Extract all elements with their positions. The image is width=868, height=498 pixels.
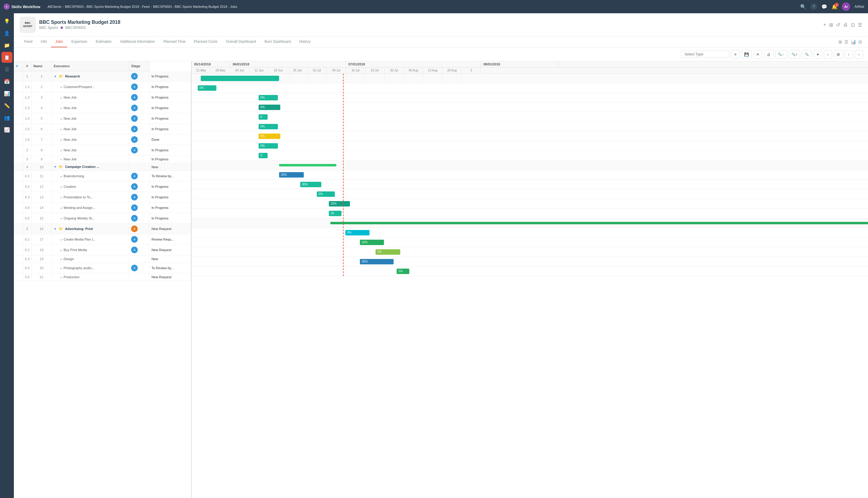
sidebar-item-team[interactable]: 👥 bbox=[1, 112, 12, 123]
tab-burn-dashboard[interactable]: Burn Dashboard bbox=[261, 37, 295, 47]
sidebar-item-users[interactable]: 👤 bbox=[1, 28, 12, 39]
row-id: 5 bbox=[31, 113, 52, 124]
list-view-icon[interactable]: ☰ bbox=[844, 39, 849, 44]
expand-icon[interactable]: ▼ bbox=[54, 165, 57, 169]
gantt-cell bbox=[288, 74, 307, 83]
tab-feed[interactable]: Feed bbox=[20, 37, 37, 47]
row-id: 20 bbox=[31, 263, 52, 273]
row-name[interactable]: ●New Job bbox=[52, 145, 129, 156]
sidebar-item-pen[interactable]: ✏️ bbox=[1, 100, 12, 111]
expand-btn[interactable]: › bbox=[824, 50, 832, 58]
row-name[interactable]: ●Presentation to To... bbox=[52, 192, 129, 202]
col-add[interactable]: + bbox=[14, 61, 23, 71]
row-name[interactable]: ▼ 📁 Advertising: Print bbox=[52, 224, 129, 234]
row-num: 1.1 bbox=[23, 82, 31, 92]
breadcrumb-feed[interactable]: BBCSP0003 - BBC Sports Marketing Budget … bbox=[65, 5, 150, 9]
tab-planned-time[interactable]: Planned Time bbox=[159, 37, 190, 47]
sidebar-item-calendar[interactable]: 📅 bbox=[1, 76, 12, 87]
row-num: 2 bbox=[23, 145, 31, 156]
expand-icon[interactable]: ▼ bbox=[54, 75, 57, 78]
row-name[interactable]: ●New Job bbox=[52, 92, 129, 103]
breadcrumb-jobs[interactable]: BBCSP0003 - BBC Sports Marketing Budget … bbox=[153, 5, 237, 9]
avatar: A bbox=[131, 147, 138, 154]
layout-action[interactable]: ⊡ bbox=[851, 22, 855, 28]
add-action[interactable]: + bbox=[824, 22, 826, 28]
view-options-btn[interactable]: ▾ bbox=[813, 50, 822, 58]
gantt-row-4-1: 20% bbox=[192, 170, 868, 180]
row-name[interactable]: ●Ongoing Weekly St... bbox=[52, 213, 129, 224]
tab-jobs[interactable]: Jobs bbox=[51, 37, 67, 47]
save-btn[interactable]: 💾 bbox=[742, 50, 752, 58]
fullscreen-btn[interactable]: ⊞ bbox=[834, 50, 843, 58]
tab-additional-info[interactable]: Additional Information bbox=[116, 37, 159, 47]
filter-btn[interactable]: ≡ bbox=[731, 50, 739, 58]
row-name[interactable]: ●Photography and/o... bbox=[52, 263, 129, 273]
menu-action[interactable]: ☰ bbox=[858, 22, 862, 28]
next-btn[interactable]: › bbox=[855, 50, 863, 58]
zoom-fit-btn[interactable]: 🔍 bbox=[802, 50, 812, 58]
row-name[interactable]: ●New Job bbox=[52, 156, 129, 163]
tab-planned-costs[interactable]: Planned Costs bbox=[190, 37, 222, 47]
add-row-icon[interactable]: + bbox=[16, 64, 18, 68]
row-name[interactable]: ●New Job bbox=[52, 113, 129, 124]
messages-icon[interactable]: 💬 bbox=[821, 4, 827, 10]
row-name[interactable]: ●New Job bbox=[52, 124, 129, 134]
row-name[interactable]: ●New Job bbox=[52, 134, 129, 145]
table-row: 5.3 19 ●Design New bbox=[14, 255, 191, 263]
gantt-cell bbox=[423, 74, 442, 83]
tab-info[interactable]: Info bbox=[37, 37, 51, 47]
row-name[interactable]: ●New Job bbox=[52, 103, 129, 113]
print-action[interactable]: 🖨 bbox=[843, 22, 848, 28]
app-brand[interactable]: ● Skills Workflow bbox=[4, 4, 40, 10]
tab-estimates[interactable]: Estimates bbox=[91, 37, 116, 47]
zoom-out-btn[interactable]: 🔍− bbox=[775, 50, 787, 58]
folder-icon: 📁 bbox=[59, 165, 63, 169]
breadcrumb-allclients[interactable]: AllClients bbox=[48, 5, 62, 9]
row-name[interactable]: ●Production bbox=[52, 273, 129, 281]
project-info: BBC Sports Marketing Budget 2018 BBC Spo… bbox=[39, 19, 120, 30]
help-icon[interactable]: ? bbox=[811, 3, 817, 10]
row-name[interactable]: ●Customer/Prospect... bbox=[52, 82, 129, 92]
sidebar-item-reports[interactable]: 📊 bbox=[1, 88, 12, 99]
row-id: 18 bbox=[31, 245, 52, 255]
sidebar-item-jobs[interactable]: 📋 bbox=[1, 52, 12, 63]
row-name[interactable]: ▼ 📁 Research bbox=[52, 71, 129, 82]
sidebar-item-list[interactable]: ☰ bbox=[1, 64, 12, 75]
row-name[interactable]: ●Creation bbox=[52, 182, 129, 192]
row-name[interactable]: ●Buy Print Media bbox=[52, 245, 129, 255]
row-name[interactable]: ●Design bbox=[52, 255, 129, 263]
tab-overall-dashboard[interactable]: Overall Dashboard bbox=[222, 37, 261, 47]
table-view-icon[interactable]: ⊟ bbox=[858, 39, 862, 44]
row-executor bbox=[129, 156, 149, 163]
tab-history[interactable]: History bbox=[295, 37, 315, 47]
col-name-header: Name bbox=[31, 61, 52, 71]
row-num: 1.3 bbox=[23, 103, 31, 113]
chart-view-icon[interactable]: 📊 bbox=[851, 39, 856, 44]
refresh-action[interactable]: ↺ bbox=[836, 22, 840, 28]
row-name[interactable]: ●Meeting and Assign... bbox=[52, 202, 129, 213]
prev-btn[interactable]: ‹ bbox=[844, 50, 853, 58]
table-row: 1.3 4 ●New Job A In Progress bbox=[14, 103, 191, 113]
table-row: 1.1 2 ●Customer/Prospect... A In Progres… bbox=[14, 82, 191, 92]
notifications-icon[interactable]: 🔔1 bbox=[831, 4, 838, 10]
grid-view-icon[interactable]: ⊞ bbox=[839, 39, 842, 44]
clear-btn[interactable]: ✕ bbox=[753, 50, 762, 58]
search-icon[interactable]: 🔍 bbox=[800, 4, 806, 10]
print-btn[interactable]: 🖨 bbox=[764, 50, 773, 58]
row-name[interactable]: ▼ 📁 Campaign Creation ... bbox=[52, 163, 129, 171]
expand-icon[interactable]: ▼ bbox=[54, 227, 57, 231]
sidebar-item-charts[interactable]: 📈 bbox=[1, 124, 12, 135]
copy-action[interactable]: ⊞ bbox=[829, 22, 833, 28]
row-executor: A bbox=[129, 145, 149, 156]
row-name[interactable]: ●Create Media Plan (... bbox=[52, 234, 129, 245]
select-type-input[interactable] bbox=[681, 51, 729, 58]
table-row: 4.4 14 ●Meeting and Assign... A In Progr… bbox=[14, 202, 191, 213]
zoom-in-btn[interactable]: 🔍+ bbox=[789, 50, 800, 58]
tab-expenses[interactable]: Expenses bbox=[67, 37, 92, 47]
gantt-bar-1-4: 0 bbox=[258, 114, 268, 120]
sidebar-item-dashboard[interactable]: 💡 bbox=[1, 16, 12, 27]
row-name[interactable]: ●Brainstorming bbox=[52, 171, 129, 182]
avatar[interactable]: Ar bbox=[842, 2, 850, 11]
sidebar-item-projects[interactable]: 📁 bbox=[1, 40, 12, 51]
row-executor bbox=[129, 163, 149, 171]
